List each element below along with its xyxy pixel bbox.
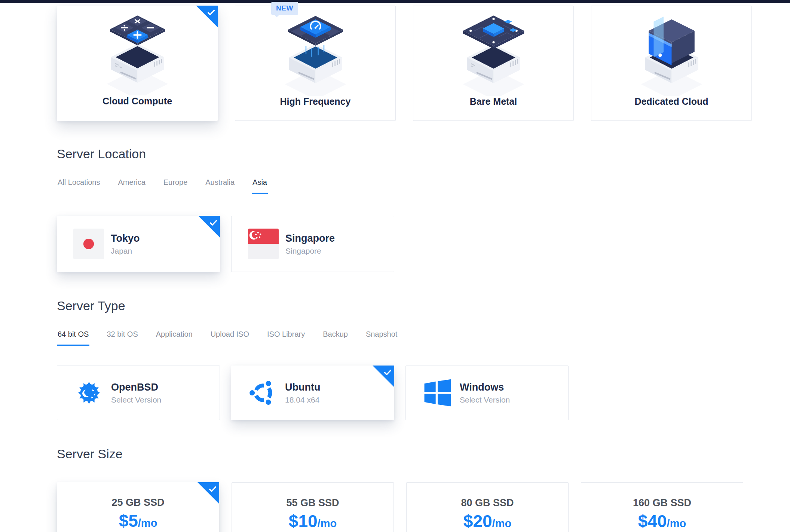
price-period: /mo bbox=[138, 517, 157, 529]
tab-upload-iso[interactable]: Upload ISO bbox=[210, 330, 250, 346]
plan-card-dedicated-cloud[interactable]: Dedicated Cloud bbox=[591, 6, 752, 121]
check-icon bbox=[206, 7, 216, 18]
plan-label: High Frequency bbox=[280, 96, 351, 107]
cloud-compute-illustration bbox=[97, 6, 178, 95]
dedicated-cloud-illustration bbox=[631, 6, 712, 96]
location-cards-row: Tokyo Japan bbox=[57, 216, 753, 272]
ubuntu-icon bbox=[248, 377, 278, 408]
price-period: /mo bbox=[667, 517, 686, 529]
check-icon bbox=[383, 367, 393, 377]
location-country: Japan bbox=[111, 246, 140, 256]
plan-cards-row: Cloud Compute NEW bbox=[57, 6, 753, 121]
size-card-160gb[interactable]: 160 GB SSD $40/mo $0.060/h bbox=[581, 482, 743, 532]
high-frequency-illustration bbox=[275, 6, 356, 96]
tab-asia[interactable]: Asia bbox=[252, 178, 268, 194]
os-card-ubuntu[interactable]: Ubuntu 18.04 x64 bbox=[231, 366, 394, 420]
tab-application[interactable]: Application bbox=[155, 330, 193, 346]
new-badge: NEW bbox=[271, 2, 298, 15]
server-location-title: Server Location bbox=[57, 146, 753, 161]
selected-check-ribbon bbox=[198, 216, 220, 238]
size-storage: 25 GB SSD bbox=[57, 496, 219, 508]
location-city: Tokyo bbox=[111, 232, 140, 244]
os-name: OpenBSD bbox=[111, 381, 161, 393]
tab-all-locations[interactable]: All Locations bbox=[57, 178, 101, 194]
plan-card-bare-metal[interactable]: Bare Metal bbox=[413, 6, 574, 121]
deploy-server-page: Cloud Compute NEW bbox=[0, 0, 790, 532]
windows-icon bbox=[422, 377, 453, 408]
plan-label: Dedicated Cloud bbox=[634, 96, 708, 107]
location-tabs: All Locations America Europe Australia A… bbox=[57, 178, 753, 194]
os-card-windows[interactable]: Windows Select Version bbox=[405, 366, 569, 420]
japan-flag-icon bbox=[73, 229, 104, 259]
server-type-title: Server Type bbox=[57, 298, 753, 313]
os-version: 18.04 x64 bbox=[285, 395, 320, 404]
size-card-55gb[interactable]: 55 GB SSD $10/mo $0.015/h bbox=[232, 482, 394, 532]
price-amount: $10 bbox=[289, 511, 318, 531]
server-size-title: Server Size bbox=[57, 446, 753, 461]
check-icon bbox=[208, 484, 218, 494]
plan-label: Cloud Compute bbox=[102, 95, 172, 107]
bare-metal-illustration bbox=[453, 6, 534, 96]
tab-64-bit-os[interactable]: 64 bit OS bbox=[57, 330, 89, 346]
tab-backup[interactable]: Backup bbox=[322, 330, 349, 346]
tab-australia[interactable]: Australia bbox=[205, 178, 235, 194]
size-price: $10/mo bbox=[232, 512, 394, 532]
location-card-singapore[interactable]: Singapore Singapore bbox=[231, 216, 394, 272]
tab-america[interactable]: America bbox=[117, 178, 146, 194]
os-name: Windows bbox=[460, 381, 510, 393]
price-amount: $5 bbox=[119, 511, 138, 531]
size-cards-row: 25 GB SSD $5/mo $0.007/h 55 GB SSD $10/m… bbox=[57, 482, 753, 532]
os-cards-row: OpenBSD Select Version bbox=[57, 366, 753, 420]
plan-label: Bare Metal bbox=[470, 96, 517, 107]
tab-iso-library[interactable]: ISO Library bbox=[266, 330, 306, 346]
location-city: Singapore bbox=[285, 232, 335, 244]
price-amount: $20 bbox=[463, 511, 492, 531]
tab-europe[interactable]: Europe bbox=[163, 178, 189, 194]
top-navigation-bar bbox=[0, 0, 790, 3]
os-version: Select Version bbox=[460, 395, 510, 404]
size-card-25gb[interactable]: 25 GB SSD $5/mo $0.007/h bbox=[57, 482, 219, 532]
size-storage: 160 GB SSD bbox=[581, 497, 743, 509]
size-storage: 80 GB SSD bbox=[407, 497, 568, 509]
server-type-tabs: 64 bit OS 32 bit OS Application Upload I… bbox=[57, 330, 753, 346]
location-card-tokyo[interactable]: Tokyo Japan bbox=[57, 216, 220, 272]
check-icon bbox=[208, 218, 218, 228]
size-price: $20/mo bbox=[407, 512, 568, 532]
tab-snapshot[interactable]: Snapshot bbox=[365, 330, 398, 346]
plan-card-cloud-compute[interactable]: Cloud Compute bbox=[57, 6, 218, 121]
tab-32-bit-os[interactable]: 32 bit OS bbox=[106, 330, 138, 346]
os-name: Ubuntu bbox=[285, 381, 320, 393]
openbsd-icon bbox=[74, 377, 104, 408]
plan-card-high-frequency[interactable]: NEW bbox=[235, 6, 396, 121]
selected-check-ribbon bbox=[373, 366, 394, 387]
price-period: /mo bbox=[318, 517, 337, 529]
size-price: $40/mo bbox=[581, 512, 743, 532]
size-card-80gb[interactable]: 80 GB SSD $20/mo $0.030/h bbox=[406, 482, 569, 532]
price-amount: $40 bbox=[638, 511, 667, 531]
singapore-flag-icon bbox=[248, 229, 279, 259]
size-price: $5/mo bbox=[57, 511, 219, 532]
selected-check-ribbon bbox=[196, 6, 218, 27]
os-version: Select Version bbox=[111, 395, 161, 404]
os-card-openbsd[interactable]: OpenBSD Select Version bbox=[57, 366, 220, 420]
price-period: /mo bbox=[492, 517, 512, 529]
location-country: Singapore bbox=[285, 246, 335, 256]
size-storage: 55 GB SSD bbox=[232, 497, 394, 509]
